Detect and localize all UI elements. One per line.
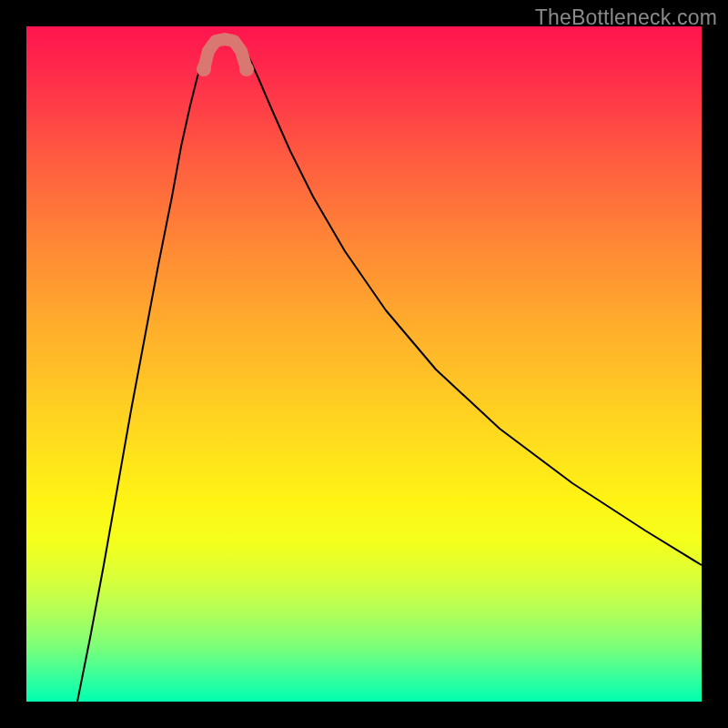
series-valley-marker — [204, 39, 247, 69]
series-right-branch — [243, 46, 702, 565]
valley-endpoint-marker — [197, 62, 211, 76]
chart-svg — [26, 26, 702, 702]
valley-endpoint-marker — [239, 62, 254, 76]
series-left-branch — [77, 46, 208, 702]
